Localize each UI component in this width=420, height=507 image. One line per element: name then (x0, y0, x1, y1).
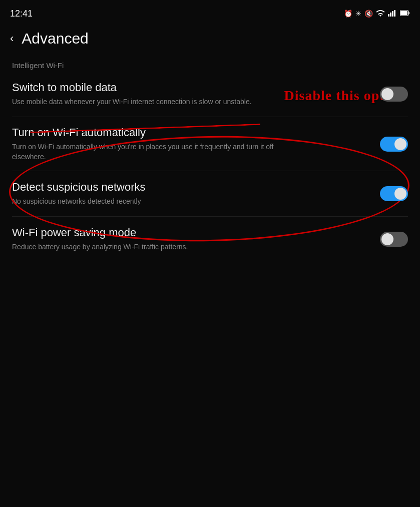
svg-rect-6 (408, 12, 409, 14)
toggle-knob (381, 233, 393, 245)
wifi-icon (376, 10, 385, 18)
mute-icon: 🔇 (364, 10, 373, 18)
settings-item-subtitle: Reduce battery usage by analyzing Wi-Fi … (12, 242, 302, 252)
settings-item-title: Turn on Wi-Fi automatically (12, 126, 370, 139)
settings-row: Wi-Fi power saving mode Reduce battery u… (0, 217, 420, 262)
bluetooth-icon: ✳ (355, 10, 361, 18)
header: ‹ Advanced (0, 25, 420, 57)
settings-item-subtitle: Use mobile data whenever your Wi-Fi inte… (12, 97, 302, 107)
toggle-knob (394, 188, 406, 200)
settings-item-title: Wi-Fi power saving mode (12, 226, 370, 239)
toggle-switch-mobile-data[interactable] (380, 87, 408, 102)
settings-item-subtitle: No suspicious networks detected recently (12, 197, 302, 207)
toggle-wifi-power-saving[interactable] (380, 232, 408, 247)
status-time: 12:41 (10, 9, 33, 19)
toggle-detect-suspicious[interactable] (380, 186, 408, 201)
settings-item-content: Wi-Fi power saving mode Reduce battery u… (12, 226, 380, 252)
settings-item-wifi-power-saving: Wi-Fi power saving mode Reduce battery u… (0, 217, 420, 262)
alarm-icon: ⏰ (344, 10, 352, 18)
section-label: Intelligent Wi-Fi (0, 57, 420, 72)
settings-item-content: Detect suspicious networks No suspicious… (12, 181, 380, 207)
settings-item-title: Detect suspicious networks (12, 181, 370, 194)
status-icons: ⏰ ✳ 🔇 (344, 10, 410, 18)
page-title: Advanced (22, 30, 88, 47)
svg-rect-3 (394, 10, 395, 17)
toggle-turn-on-wifi[interactable] (380, 137, 408, 152)
settings-row: Detect suspicious networks No suspicious… (0, 171, 420, 216)
svg-rect-0 (388, 14, 389, 17)
svg-rect-5 (400, 11, 407, 15)
status-bar: 12:41 ⏰ ✳ 🔇 (0, 0, 420, 25)
back-button[interactable]: ‹ (10, 32, 14, 45)
svg-rect-2 (392, 11, 393, 17)
battery-icon (400, 10, 410, 18)
signal-icon (388, 10, 397, 18)
toggle-knob (381, 88, 393, 100)
settings-item-detect-suspicious: Detect suspicious networks No suspicious… (0, 171, 420, 217)
svg-rect-1 (390, 13, 391, 17)
settings-item-subtitle: Turn on Wi-Fi automatically when you're … (12, 142, 302, 162)
toggle-knob (394, 138, 406, 150)
